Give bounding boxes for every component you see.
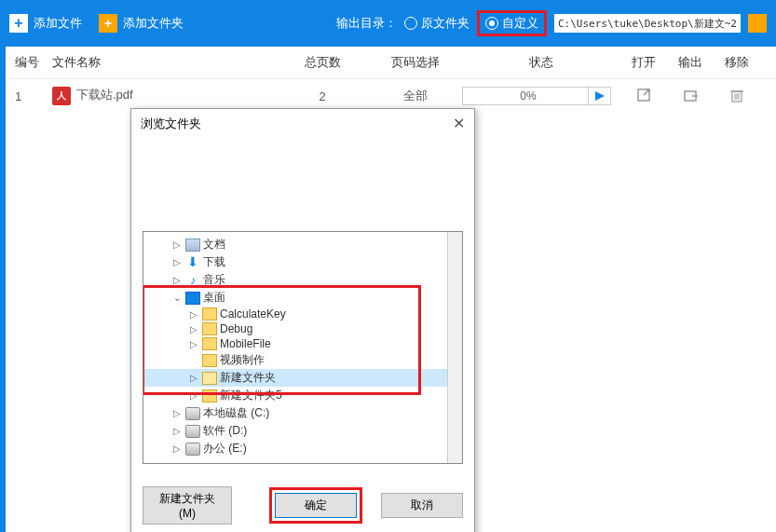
tree-item-diske[interactable]: ▷办公 (E:)	[143, 440, 447, 457]
play-icon	[595, 91, 605, 101]
dialog-title-text: 浏览文件夹	[141, 116, 201, 132]
caret-icon[interactable]: ▷	[171, 257, 183, 267]
svg-marker-0	[595, 91, 605, 101]
radio-source-folder[interactable]: 原文件夹	[404, 15, 470, 32]
cell-remove	[714, 88, 760, 105]
header-open: 打开	[620, 54, 667, 71]
caret-icon[interactable]: ▷	[171, 239, 183, 250]
tree-label: 软件 (D:)	[203, 423, 247, 439]
header-remove: 移除	[714, 54, 760, 71]
caret-icon[interactable]: ▷	[171, 408, 183, 418]
dialog-titlebar: 浏览文件夹 ✕	[131, 109, 474, 138]
top-toolbar: + 添加文件 + 添加文件夹 输出目录： 原文件夹 自定义	[0, 0, 776, 47]
cell-name: 人下载站.pdf	[52, 87, 276, 105]
caret-icon[interactable]: ▷	[171, 275, 183, 285]
cell-pages: 2	[276, 89, 369, 103]
cell-status: 0%	[462, 87, 620, 105]
dialog-close-button[interactable]: ✕	[453, 115, 465, 132]
output-section: 输出目录： 原文件夹 自定义	[336, 10, 767, 36]
cell-num: 1	[15, 89, 52, 103]
add-file-icon: +	[9, 14, 28, 33]
highlight-desktop-tree	[143, 285, 421, 395]
highlight-ok-button: 确定	[269, 487, 362, 524]
export-icon	[683, 88, 698, 102]
pdf-icon: 人	[52, 87, 71, 105]
header-pages: 总页数	[276, 54, 369, 71]
open-button[interactable]	[636, 88, 651, 105]
header-name: 文件名称	[52, 54, 276, 71]
table-header: 编号 文件名称 总页数 页码选择 状态 打开 输出 移除	[0, 47, 776, 79]
tree-item-downloads[interactable]: ▷⬇下载	[143, 253, 447, 271]
add-folder-icon: +	[99, 14, 117, 33]
tree-label: 办公 (E:)	[203, 441, 247, 457]
header-status: 状态	[462, 54, 620, 71]
tree-label: 文档	[203, 237, 225, 252]
left-edge-accent	[0, 47, 6, 532]
header-output: 输出	[667, 54, 714, 71]
start-button[interactable]	[588, 88, 610, 104]
tree-item-diskc[interactable]: ▷本地磁盘 (C:)	[143, 404, 447, 422]
document-icon	[185, 239, 200, 252]
ok-button[interactable]: 确定	[275, 493, 357, 518]
output-path-input[interactable]	[554, 14, 741, 33]
caret-icon[interactable]: ▷	[171, 426, 183, 436]
radio-unchecked-icon	[404, 17, 417, 30]
tree-label: 本地磁盘 (C:)	[203, 405, 269, 421]
cell-output	[667, 88, 714, 105]
output-button[interactable]	[683, 88, 698, 105]
progress-bar: 0%	[462, 87, 611, 105]
browse-folder-button[interactable]	[748, 14, 767, 33]
add-folder-label: 添加文件夹	[123, 15, 184, 32]
header-num: 编号	[15, 54, 52, 71]
open-icon	[636, 88, 651, 102]
browse-folder-dialog: 浏览文件夹 ✕ ▷文档 ▷⬇下载 ▷♪音乐 ⌄桌面 ▷CalculateKey …	[130, 108, 475, 532]
add-file-button[interactable]: + 添加文件	[9, 14, 82, 33]
disk-icon	[185, 443, 200, 456]
radio-checked-icon	[485, 17, 498, 30]
header-select: 页码选择	[369, 54, 462, 71]
download-icon: ⬇	[185, 256, 200, 269]
add-folder-button[interactable]: + 添加文件夹	[99, 14, 184, 33]
dialog-body: ▷文档 ▷⬇下载 ▷♪音乐 ⌄桌面 ▷CalculateKey ▷Debug ▷…	[131, 138, 474, 473]
progress-text: 0%	[463, 89, 588, 102]
cell-select[interactable]: 全部	[369, 88, 462, 104]
tree-scrollbar[interactable]	[447, 232, 462, 463]
output-dir-label: 输出目录：	[336, 15, 397, 32]
trash-icon	[729, 88, 744, 102]
radio-custom-label: 自定义	[502, 15, 538, 32]
tree-label: 下载	[203, 254, 225, 270]
disk-icon	[185, 425, 200, 438]
cancel-button[interactable]: 取消	[381, 493, 463, 518]
radio-source-label: 原文件夹	[421, 15, 470, 32]
tree-item-diskd[interactable]: ▷软件 (D:)	[143, 422, 447, 440]
highlight-custom-radio: 自定义	[477, 10, 547, 36]
file-name: 下载站.pdf	[76, 88, 133, 102]
add-file-label: 添加文件	[34, 15, 82, 32]
cell-open	[620, 88, 667, 105]
dialog-footer: 新建文件夹(M) 确定 取消	[131, 473, 474, 532]
disk-icon	[185, 407, 200, 420]
caret-icon[interactable]: ▷	[171, 443, 183, 454]
radio-custom[interactable]: 自定义	[485, 15, 538, 32]
tree-item-docs[interactable]: ▷文档	[143, 236, 447, 253]
folder-tree-container: ▷文档 ▷⬇下载 ▷♪音乐 ⌄桌面 ▷CalculateKey ▷Debug ▷…	[143, 231, 463, 464]
remove-button[interactable]	[729, 88, 744, 105]
new-folder-button[interactable]: 新建文件夹(M)	[143, 486, 232, 525]
